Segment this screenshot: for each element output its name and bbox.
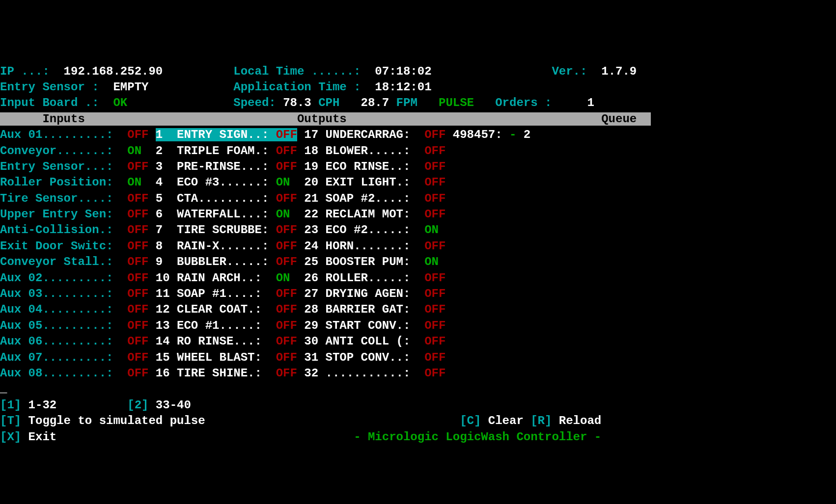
queue-id: 498457: xyxy=(453,128,509,141)
output-label[interactable]: 30 ANTI COLL (: xyxy=(304,335,424,348)
input-label: Aux 02.........: xyxy=(0,271,120,285)
output-label[interactable]: 9 BUBBLER.....: xyxy=(156,255,276,268)
input-label: Tire Sensor....: xyxy=(0,192,120,205)
label-localtime: Local Time ......: xyxy=(233,65,368,78)
output-state: OFF xyxy=(424,351,446,364)
output-state: ON xyxy=(424,223,446,237)
key-t-text: Toggle to simulated pulse xyxy=(28,414,460,427)
output-label[interactable]: 17 UNDERCARRAG: xyxy=(304,128,424,141)
value-speed-cph: 78.3 xyxy=(283,96,318,109)
output-label[interactable]: 25 BOOSTER PUM: xyxy=(304,255,424,268)
output-label[interactable]: 22 RECLAIM MOT: xyxy=(304,208,424,221)
output-label[interactable]: 13 ECO #1.....: xyxy=(156,319,276,332)
input-state: OFF xyxy=(120,255,149,268)
value-localtime: 07:18:02 xyxy=(368,65,552,78)
output-label[interactable]: 19 ECO RINSE..: xyxy=(304,160,424,173)
input-state: OFF xyxy=(120,271,149,285)
output-state: OFF xyxy=(276,144,297,158)
value-ip: 192.168.252.90 xyxy=(56,65,233,78)
input-label: Conveyor Stall.: xyxy=(0,255,120,268)
input-state: OFF xyxy=(120,239,149,253)
output-label[interactable]: 32 ...........: xyxy=(304,367,424,380)
output-label[interactable]: 4 ECO #3......: xyxy=(156,176,276,189)
key-t[interactable]: [T] xyxy=(0,414,28,427)
output-state: OFF xyxy=(276,192,297,205)
output-state: OFF xyxy=(276,319,297,332)
output-label[interactable]: 10 RAIN ARCH..: xyxy=(156,271,276,285)
output-state: OFF xyxy=(424,271,446,285)
input-label: Aux 03.........: xyxy=(0,287,120,300)
output-label[interactable]: 12 CLEAR COAT.: xyxy=(156,303,276,316)
label-version: Ver.: xyxy=(552,65,594,78)
output-state: OFF xyxy=(276,160,297,173)
output-label[interactable]: 29 START CONV.: xyxy=(304,319,424,332)
output-label[interactable]: 3 PRE-RINSE...: xyxy=(156,160,276,173)
output-state: OFF xyxy=(276,255,297,268)
output-label[interactable]: 5 CTA.........: xyxy=(156,192,276,205)
output-state: OFF xyxy=(424,335,446,348)
output-label[interactable]: 21 SOAP #2....: xyxy=(304,192,424,205)
output-state: OFF xyxy=(424,287,446,300)
output-label[interactable]: 27 DRYING AGEN: xyxy=(304,287,424,300)
input-state: OFF xyxy=(120,319,149,332)
input-label: Roller Position: xyxy=(0,176,120,189)
output-label[interactable]: 20 EXIT LIGHT.: xyxy=(304,176,424,189)
key-1[interactable]: [1] xyxy=(0,398,28,412)
label-ip: IP ...: xyxy=(0,65,56,78)
input-state: OFF xyxy=(120,192,149,205)
output-label[interactable]: 6 WATERFALL...: xyxy=(156,208,276,221)
key-2[interactable]: [2] xyxy=(127,398,156,412)
output-state: OFF xyxy=(424,367,446,380)
output-label[interactable]: 31 STOP CONV..: xyxy=(304,351,424,364)
key-x-text: Exit xyxy=(28,430,354,444)
output-label[interactable]: 26 ROLLER.....: xyxy=(304,271,424,285)
input-state: OFF xyxy=(120,287,149,300)
output-state: OFF xyxy=(424,208,446,221)
label-orders: Orders : xyxy=(495,96,559,109)
value-app-time: 18:12:01 xyxy=(368,80,432,94)
queue-dash: - xyxy=(509,128,524,141)
input-label: Aux 05.........: xyxy=(0,319,120,332)
output-state: OFF xyxy=(276,351,297,364)
label-input-board: Input Board .: xyxy=(0,96,106,109)
output-label-selected[interactable]: 1 ENTRY SIGN..: xyxy=(156,128,276,141)
key-x[interactable]: [X] xyxy=(0,430,28,444)
value-entry-sensor: EMPTY xyxy=(106,80,233,94)
input-state: OFF xyxy=(120,128,149,141)
input-state: OFF xyxy=(120,335,149,348)
output-label[interactable]: 11 SOAP #1....: xyxy=(156,287,276,300)
output-state: OFF xyxy=(276,287,297,300)
output-label[interactable]: 7 TIRE SCRUBBE: xyxy=(156,223,276,237)
output-label[interactable]: 2 TRIPLE FOAM.: xyxy=(156,144,276,158)
output-state: OFF xyxy=(276,335,297,348)
value-pulse: PULSE xyxy=(439,96,495,109)
output-state: OFF xyxy=(276,239,297,253)
output-state: ON xyxy=(276,208,297,221)
output-label[interactable]: 15 WHEEL BLAST: xyxy=(156,351,276,364)
input-label: Upper Entry Sen: xyxy=(0,208,120,221)
output-label[interactable]: 23 ECO #2.....: xyxy=(304,223,424,237)
input-label: Entry Sensor...: xyxy=(0,160,120,173)
output-state: ON xyxy=(276,176,297,189)
output-label[interactable]: 8 RAIN-X......: xyxy=(156,239,276,253)
input-state: OFF xyxy=(120,223,149,237)
input-label: Aux 04.........: xyxy=(0,303,120,316)
input-label: Aux 01.........: xyxy=(0,128,120,141)
key-c[interactable]: [C] xyxy=(460,414,488,427)
output-label[interactable]: 28 BARRIER GAT: xyxy=(304,303,424,316)
input-label: Aux 06.........: xyxy=(0,335,120,348)
output-state: ON xyxy=(276,271,297,285)
output-state: OFF xyxy=(276,223,297,237)
input-state: OFF xyxy=(120,303,149,316)
output-label[interactable]: 16 TIRE SHINE.: xyxy=(156,367,276,380)
input-state: OFF xyxy=(120,160,149,173)
input-label: Anti-Collision.: xyxy=(0,223,120,237)
output-label[interactable]: 18 BLOWER.....: xyxy=(304,144,424,158)
output-label[interactable]: 14 RO RINSE...: xyxy=(156,335,276,348)
output-label[interactable]: 24 HORN.......: xyxy=(304,239,424,253)
value-input-board: OK xyxy=(106,96,233,109)
output-state: OFF xyxy=(424,160,446,173)
key-r[interactable]: [R] xyxy=(530,414,559,427)
output-state: OFF xyxy=(424,239,446,253)
output-state: OFF xyxy=(424,176,446,189)
